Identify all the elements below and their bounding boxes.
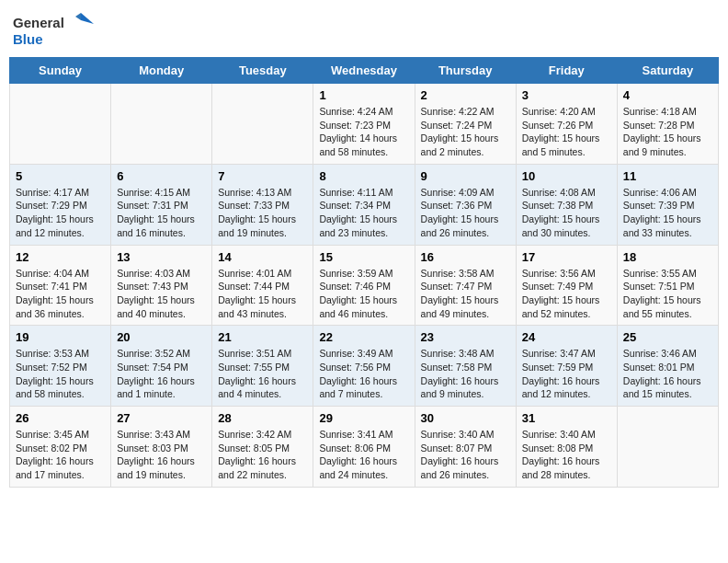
calendar-cell: 23Sunrise: 3:48 AM Sunset: 7:58 PM Dayli… (415, 326, 516, 407)
day-number: 11 (623, 169, 712, 183)
calendar-cell: 21Sunrise: 3:51 AM Sunset: 7:55 PM Dayli… (212, 326, 313, 407)
calendar-cell: 20Sunrise: 3:52 AM Sunset: 7:54 PM Dayli… (111, 326, 212, 407)
day-info: Sunrise: 4:13 AM Sunset: 7:33 PM Dayligh… (218, 186, 307, 240)
calendar-cell: 9Sunrise: 4:09 AM Sunset: 7:36 PM Daylig… (415, 164, 516, 245)
day-info: Sunrise: 3:42 AM Sunset: 8:05 PM Dayligh… (218, 428, 307, 482)
calendar-cell: 31Sunrise: 3:40 AM Sunset: 8:08 PM Dayli… (516, 407, 617, 488)
calendar-cell: 5Sunrise: 4:17 AM Sunset: 7:29 PM Daylig… (10, 164, 111, 245)
calendar-cell: 15Sunrise: 3:59 AM Sunset: 7:46 PM Dayli… (313, 245, 415, 326)
calendar-week-row: 26Sunrise: 3:45 AM Sunset: 8:02 PM Dayli… (10, 407, 719, 488)
day-info: Sunrise: 3:51 AM Sunset: 7:55 PM Dayligh… (218, 347, 307, 401)
day-number: 24 (522, 330, 611, 344)
logo: General Blue (13, 9, 96, 50)
col-header-sunday: Sunday (10, 58, 111, 84)
calendar-cell: 10Sunrise: 4:08 AM Sunset: 7:38 PM Dayli… (516, 164, 617, 245)
day-number: 6 (117, 169, 206, 183)
calendar-cell: 16Sunrise: 3:58 AM Sunset: 7:47 PM Dayli… (415, 245, 516, 326)
day-number: 10 (522, 169, 611, 183)
day-info: Sunrise: 4:01 AM Sunset: 7:44 PM Dayligh… (218, 267, 307, 321)
calendar-cell: 30Sunrise: 3:40 AM Sunset: 8:07 PM Dayli… (415, 407, 516, 488)
calendar-cell: 3Sunrise: 4:20 AM Sunset: 7:26 PM Daylig… (516, 84, 617, 165)
day-number: 31 (522, 411, 611, 425)
svg-text:Blue: Blue (13, 31, 43, 47)
day-info: Sunrise: 4:03 AM Sunset: 7:43 PM Dayligh… (117, 267, 206, 321)
day-number: 5 (16, 169, 105, 183)
calendar-cell (617, 407, 718, 488)
day-info: Sunrise: 3:59 AM Sunset: 7:46 PM Dayligh… (319, 267, 408, 321)
calendar-cell: 17Sunrise: 3:56 AM Sunset: 7:49 PM Dayli… (516, 245, 617, 326)
day-info: Sunrise: 3:46 AM Sunset: 8:01 PM Dayligh… (623, 347, 712, 401)
day-number: 30 (421, 411, 510, 425)
day-number: 26 (16, 411, 105, 425)
day-info: Sunrise: 3:45 AM Sunset: 8:02 PM Dayligh… (16, 428, 105, 482)
calendar-cell: 24Sunrise: 3:47 AM Sunset: 7:59 PM Dayli… (516, 326, 617, 407)
day-number: 12 (16, 250, 105, 264)
logo-svg: General Blue (13, 9, 96, 50)
calendar-cell (10, 84, 111, 165)
day-number: 21 (218, 330, 307, 344)
day-number: 2 (421, 88, 510, 102)
calendar-cell: 19Sunrise: 3:53 AM Sunset: 7:52 PM Dayli… (10, 326, 111, 407)
col-header-monday: Monday (111, 58, 212, 84)
day-info: Sunrise: 4:17 AM Sunset: 7:29 PM Dayligh… (16, 186, 105, 240)
calendar-cell: 2Sunrise: 4:22 AM Sunset: 7:24 PM Daylig… (415, 84, 516, 165)
calendar-cell: 22Sunrise: 3:49 AM Sunset: 7:56 PM Dayli… (313, 326, 415, 407)
day-info: Sunrise: 3:47 AM Sunset: 7:59 PM Dayligh… (522, 347, 611, 401)
day-number: 4 (623, 88, 712, 102)
calendar-week-row: 19Sunrise: 3:53 AM Sunset: 7:52 PM Dayli… (10, 326, 719, 407)
col-header-saturday: Saturday (617, 58, 718, 84)
col-header-wednesday: Wednesday (313, 58, 415, 84)
calendar-header-row: SundayMondayTuesdayWednesdayThursdayFrid… (10, 58, 719, 84)
day-info: Sunrise: 4:11 AM Sunset: 7:34 PM Dayligh… (319, 186, 408, 240)
calendar-cell: 6Sunrise: 4:15 AM Sunset: 7:31 PM Daylig… (111, 164, 212, 245)
page-header: General Blue (9, 9, 719, 50)
day-info: Sunrise: 3:55 AM Sunset: 7:51 PM Dayligh… (623, 267, 712, 321)
day-number: 18 (623, 250, 712, 264)
day-number: 17 (522, 250, 611, 264)
day-info: Sunrise: 3:40 AM Sunset: 8:07 PM Dayligh… (421, 428, 510, 482)
day-number: 20 (117, 330, 206, 344)
day-number: 3 (522, 88, 611, 102)
day-info: Sunrise: 3:53 AM Sunset: 7:52 PM Dayligh… (16, 347, 105, 401)
col-header-thursday: Thursday (415, 58, 516, 84)
day-number: 29 (319, 411, 408, 425)
col-header-tuesday: Tuesday (212, 58, 313, 84)
calendar-cell: 11Sunrise: 4:06 AM Sunset: 7:39 PM Dayli… (617, 164, 718, 245)
calendar-cell: 4Sunrise: 4:18 AM Sunset: 7:28 PM Daylig… (617, 84, 718, 165)
svg-marker-2 (81, 13, 94, 24)
day-number: 23 (421, 330, 510, 344)
calendar-cell (111, 84, 212, 165)
day-info: Sunrise: 3:58 AM Sunset: 7:47 PM Dayligh… (421, 267, 510, 321)
calendar-cell: 29Sunrise: 3:41 AM Sunset: 8:06 PM Dayli… (313, 407, 415, 488)
calendar-week-row: 5Sunrise: 4:17 AM Sunset: 7:29 PM Daylig… (10, 164, 719, 245)
day-info: Sunrise: 3:56 AM Sunset: 7:49 PM Dayligh… (522, 267, 611, 321)
calendar-cell: 18Sunrise: 3:55 AM Sunset: 7:51 PM Dayli… (617, 245, 718, 326)
day-info: Sunrise: 4:08 AM Sunset: 7:38 PM Dayligh… (522, 186, 611, 240)
calendar-table: SundayMondayTuesdayWednesdayThursdayFrid… (9, 57, 719, 488)
day-info: Sunrise: 3:41 AM Sunset: 8:06 PM Dayligh… (319, 428, 408, 482)
calendar-cell: 27Sunrise: 3:43 AM Sunset: 8:03 PM Dayli… (111, 407, 212, 488)
calendar-cell: 7Sunrise: 4:13 AM Sunset: 7:33 PM Daylig… (212, 164, 313, 245)
calendar-cell: 25Sunrise: 3:46 AM Sunset: 8:01 PM Dayli… (617, 326, 718, 407)
day-info: Sunrise: 3:52 AM Sunset: 7:54 PM Dayligh… (117, 347, 206, 401)
day-info: Sunrise: 4:09 AM Sunset: 7:36 PM Dayligh… (421, 186, 510, 240)
calendar-cell: 8Sunrise: 4:11 AM Sunset: 7:34 PM Daylig… (313, 164, 415, 245)
day-info: Sunrise: 4:24 AM Sunset: 7:23 PM Dayligh… (319, 105, 408, 159)
day-number: 1 (319, 88, 408, 102)
day-info: Sunrise: 3:40 AM Sunset: 8:08 PM Dayligh… (522, 428, 611, 482)
calendar-cell: 1Sunrise: 4:24 AM Sunset: 7:23 PM Daylig… (313, 84, 415, 165)
calendar-week-row: 1Sunrise: 4:24 AM Sunset: 7:23 PM Daylig… (10, 84, 719, 165)
calendar-cell: 12Sunrise: 4:04 AM Sunset: 7:41 PM Dayli… (10, 245, 111, 326)
calendar-cell: 26Sunrise: 3:45 AM Sunset: 8:02 PM Dayli… (10, 407, 111, 488)
day-info: Sunrise: 4:18 AM Sunset: 7:28 PM Dayligh… (623, 105, 712, 159)
svg-marker-3 (75, 13, 81, 20)
day-info: Sunrise: 4:04 AM Sunset: 7:41 PM Dayligh… (16, 267, 105, 321)
day-info: Sunrise: 4:15 AM Sunset: 7:31 PM Dayligh… (117, 186, 206, 240)
day-number: 16 (421, 250, 510, 264)
day-info: Sunrise: 4:06 AM Sunset: 7:39 PM Dayligh… (623, 186, 712, 240)
day-number: 19 (16, 330, 105, 344)
day-info: Sunrise: 3:49 AM Sunset: 7:56 PM Dayligh… (319, 347, 408, 401)
day-number: 9 (421, 169, 510, 183)
day-info: Sunrise: 3:48 AM Sunset: 7:58 PM Dayligh… (421, 347, 510, 401)
col-header-friday: Friday (516, 58, 617, 84)
